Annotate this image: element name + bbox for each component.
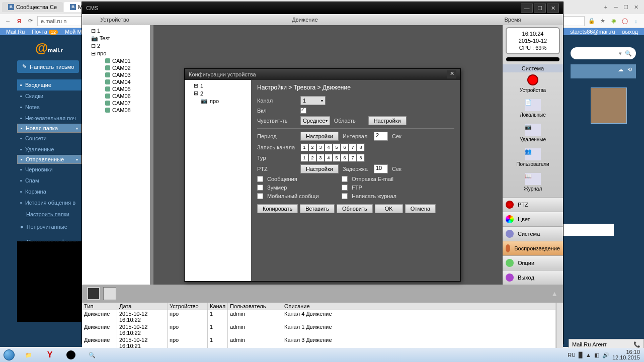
- interval-input[interactable]: 2: [374, 132, 388, 141]
- region-settings-button[interactable]: Настройки: [368, 116, 407, 125]
- app-icon[interactable]: [61, 349, 81, 361]
- camera-node[interactable]: CAM02: [84, 64, 148, 71]
- log-scrollbar[interactable]: [556, 303, 563, 353]
- start-button[interactable]: [0, 348, 18, 362]
- channel-select[interactable]: 1: [300, 96, 326, 105]
- yandex-icon[interactable]: Я: [15, 17, 23, 25]
- camera-node[interactable]: CAM01: [84, 57, 148, 64]
- maximize-icon[interactable]: ☐: [622, 3, 630, 11]
- record-indicator-icon[interactable]: [527, 74, 538, 85]
- ok-button[interactable]: OK: [375, 204, 403, 213]
- channel-cell[interactable]: 3: [316, 143, 325, 151]
- splitter[interactable]: [150, 25, 153, 285]
- email-checkbox[interactable]: [342, 176, 348, 182]
- channel-cell[interactable]: 4: [325, 154, 333, 162]
- tree-node[interactable]: ⊟ про: [84, 50, 148, 57]
- android-icon[interactable]: ◉: [610, 17, 618, 25]
- channel-cell[interactable]: 4: [325, 143, 333, 151]
- channel-cell[interactable]: 7: [349, 143, 357, 151]
- menu-motion[interactable]: Движение: [147, 17, 462, 23]
- paste-button[interactable]: Вставить: [300, 204, 335, 213]
- local-icon[interactable]: 📄: [525, 99, 541, 111]
- tray-clock[interactable]: 16:1012.10.2015: [612, 349, 640, 360]
- mail-folder[interactable]: ▪Удаленные: [17, 144, 82, 155]
- log-row[interactable]: Движение2015-10-12 16:10:22про1adminКана…: [82, 323, 556, 336]
- delay-input[interactable]: 10: [374, 164, 388, 173]
- yandex-browser-icon[interactable]: Y: [40, 349, 60, 361]
- reload-icon[interactable]: ⟳: [26, 17, 34, 25]
- side-users[interactable]: Пользователи: [516, 161, 549, 167]
- new-tab-button[interactable]: +: [602, 3, 610, 11]
- refresh-icon[interactable]: ⟲: [627, 66, 632, 76]
- writelog-checkbox[interactable]: [342, 193, 348, 199]
- tree-node[interactable]: ⊟ 2: [84, 42, 148, 50]
- side-ptz[interactable]: PTZ: [503, 197, 563, 212]
- side-exit[interactable]: Выход: [503, 270, 563, 285]
- mail-folder[interactable]: ▪Корзина: [17, 186, 82, 197]
- up-arrow-icon[interactable]: ▲: [551, 290, 558, 298]
- tray-icon[interactable]: 🔊: [602, 352, 609, 358]
- period-settings-button[interactable]: Настройки: [300, 132, 339, 141]
- avatar[interactable]: [591, 87, 627, 124]
- channel-cell[interactable]: 6: [341, 143, 349, 151]
- mail-folder[interactable]: ▪Спам: [17, 175, 82, 186]
- mobile-checkbox[interactable]: [257, 193, 263, 199]
- side-system[interactable]: Система: [503, 226, 563, 241]
- tray-icon[interactable]: ▲: [586, 352, 591, 358]
- lock-icon[interactable]: 🔒: [588, 17, 596, 25]
- tree-node[interactable]: 📷 Test: [84, 35, 148, 42]
- buzzer-checkbox[interactable]: [257, 185, 263, 191]
- refresh-button[interactable]: Обновить: [337, 204, 373, 213]
- menu-time[interactable]: Время: [462, 17, 563, 23]
- layout-btn[interactable]: [103, 287, 116, 300]
- camera-node[interactable]: CAM06: [84, 93, 148, 100]
- flag-icon[interactable]: ▉: [579, 352, 583, 358]
- channel-cell[interactable]: 7: [349, 154, 357, 162]
- device-tree[interactable]: ⊟ 1 📷 Test⊟ 2 ⊟ проCAM01CAM02CAM03CAM04C…: [82, 25, 150, 285]
- channel-cell[interactable]: 1: [300, 154, 308, 162]
- star-icon[interactable]: ★: [599, 17, 607, 25]
- remote-icon[interactable]: 📷: [525, 124, 541, 136]
- channel-cell[interactable]: 5: [333, 154, 341, 162]
- side-playback[interactable]: Воспроизведение: [503, 241, 563, 255]
- users-icon[interactable]: 👥: [525, 148, 541, 160]
- layout-btn[interactable]: [87, 287, 100, 300]
- mail-folder[interactable]: ▪Новая папка: [17, 124, 82, 133]
- mailru-link[interactable]: Mail.Ru: [6, 29, 25, 35]
- ftp-checkbox[interactable]: [342, 185, 348, 191]
- side-remote[interactable]: Удаленные: [520, 137, 546, 142]
- search-input[interactable]: ▾ 🔍: [571, 47, 636, 59]
- mail-folder[interactable]: ▪Скидки: [17, 90, 82, 102]
- side-journal[interactable]: Журнал: [524, 186, 542, 192]
- camera-node[interactable]: CAM07: [84, 100, 148, 107]
- sidebar-ad[interactable]: [17, 241, 82, 322]
- minimize-icon[interactable]: ─: [612, 3, 620, 11]
- enable-checkbox[interactable]: [300, 108, 306, 114]
- opera-icon[interactable]: ◯: [621, 17, 629, 25]
- cloud-icon[interactable]: ☁: [618, 66, 623, 76]
- cancel-button[interactable]: Отмена: [405, 204, 436, 213]
- mail-link[interactable]: Почта 12: [32, 29, 58, 35]
- camera-node[interactable]: CAM04: [84, 78, 148, 85]
- mail-folder[interactable]: ▪Notes: [17, 102, 82, 113]
- maximize-button[interactable]: ☐: [534, 4, 546, 13]
- mail-folder[interactable]: ▪Входящие: [17, 79, 82, 90]
- minimize-button[interactable]: —: [521, 4, 533, 13]
- channel-cell[interactable]: 2: [308, 154, 316, 162]
- mail-folder[interactable]: ▪Соцсети: [17, 133, 82, 144]
- journal-icon[interactable]: 📖: [525, 173, 541, 185]
- side-local[interactable]: Локальные: [520, 112, 546, 118]
- channel-cell[interactable]: 5: [333, 143, 341, 151]
- channel-cell[interactable]: 6: [341, 154, 349, 162]
- side-devices[interactable]: Устройства: [520, 87, 546, 93]
- logout-link[interactable]: выход: [622, 29, 638, 35]
- camera-node[interactable]: CAM05: [84, 85, 148, 93]
- modal-close-button[interactable]: ✕: [447, 70, 456, 78]
- copy-button[interactable]: Копировать: [257, 204, 298, 213]
- close-button[interactable]: ✕: [547, 4, 559, 13]
- browser-tab[interactable]: BСообщества Се: [2, 2, 63, 12]
- mail-folder[interactable]: ▪Черновики: [17, 164, 82, 175]
- channel-cell[interactable]: 8: [357, 154, 365, 162]
- magnifier-icon[interactable]: 🔍: [82, 349, 102, 361]
- channel-cell[interactable]: 2: [308, 143, 316, 151]
